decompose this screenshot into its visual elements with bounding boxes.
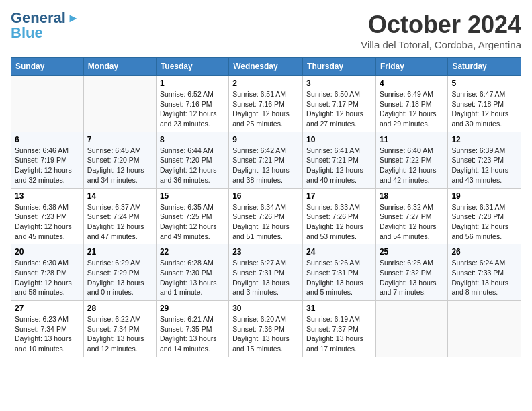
location-subtitle: Villa del Totoral, Cordoba, Argentina [361, 39, 521, 50]
calendar-cell [375, 301, 447, 357]
day-number: 24 [306, 247, 372, 257]
calendar-cell: 25Sunrise: 6:25 AM Sunset: 7:32 PM Dayli… [375, 244, 447, 301]
day-info: Sunrise: 6:23 AM Sunset: 7:34 PM Dayligh… [15, 314, 80, 354]
calendar-cell: 3Sunrise: 6:50 AM Sunset: 7:17 PM Daylig… [303, 76, 376, 132]
day-number: 1 [160, 79, 225, 88]
day-info: Sunrise: 6:21 AM Sunset: 7:35 PM Dayligh… [160, 314, 225, 354]
day-header-monday: Monday [83, 58, 156, 76]
day-info: Sunrise: 6:27 AM Sunset: 7:31 PM Dayligh… [232, 258, 299, 298]
day-number: 25 [380, 247, 444, 257]
day-info: Sunrise: 6:35 AM Sunset: 7:25 PM Dayligh… [160, 202, 225, 242]
calendar-cell: 6Sunrise: 6:46 AM Sunset: 7:19 PM Daylig… [11, 132, 84, 188]
day-number: 6 [15, 135, 80, 144]
calendar-cell: 20Sunrise: 6:30 AM Sunset: 7:28 PM Dayli… [11, 244, 84, 301]
calendar-cell: 10Sunrise: 6:41 AM Sunset: 7:21 PM Dayli… [303, 132, 376, 188]
calendar-cell: 24Sunrise: 6:26 AM Sunset: 7:31 PM Dayli… [303, 244, 376, 301]
day-number: 22 [160, 247, 225, 257]
day-number: 17 [306, 191, 372, 201]
calendar-cell: 31Sunrise: 6:19 AM Sunset: 7:37 PM Dayli… [303, 301, 376, 357]
day-info: Sunrise: 6:37 AM Sunset: 7:24 PM Dayligh… [87, 202, 152, 242]
day-number: 23 [232, 247, 299, 257]
logo: General ► Blue [11, 11, 79, 40]
logo-bird-icon: ► [67, 11, 79, 26]
day-number: 9 [232, 135, 299, 144]
calendar-cell [448, 301, 521, 357]
day-info: Sunrise: 6:41 AM Sunset: 7:21 PM Dayligh… [306, 146, 372, 185]
calendar-week-row: 13Sunrise: 6:38 AM Sunset: 7:23 PM Dayli… [11, 188, 521, 244]
calendar-header-row: SundayMondayTuesdayWednesdayThursdayFrid… [11, 58, 521, 76]
day-info: Sunrise: 6:40 AM Sunset: 7:22 PM Dayligh… [380, 146, 444, 185]
day-info: Sunrise: 6:19 AM Sunset: 7:37 PM Dayligh… [306, 314, 372, 354]
day-info: Sunrise: 6:44 AM Sunset: 7:20 PM Dayligh… [160, 146, 225, 185]
day-number: 28 [87, 304, 152, 313]
day-header-friday: Friday [375, 58, 447, 76]
day-number: 29 [160, 304, 225, 313]
day-info: Sunrise: 6:52 AM Sunset: 7:16 PM Dayligh… [160, 89, 225, 129]
calendar-cell: 28Sunrise: 6:22 AM Sunset: 7:34 PM Dayli… [83, 301, 156, 357]
day-number: 8 [160, 135, 225, 144]
calendar-table: SundayMondayTuesdayWednesdayThursdayFrid… [11, 57, 521, 357]
calendar-cell: 8Sunrise: 6:44 AM Sunset: 7:20 PM Daylig… [156, 132, 228, 188]
day-info: Sunrise: 6:51 AM Sunset: 7:16 PM Dayligh… [232, 89, 299, 129]
month-title: October 2024 [361, 11, 521, 39]
calendar-cell: 18Sunrise: 6:32 AM Sunset: 7:27 PM Dayli… [375, 188, 447, 244]
title-section: October 2024 Villa del Totoral, Cordoba,… [361, 11, 521, 50]
calendar-week-row: 27Sunrise: 6:23 AM Sunset: 7:34 PM Dayli… [11, 301, 521, 357]
calendar-cell: 19Sunrise: 6:31 AM Sunset: 7:28 PM Dayli… [448, 188, 521, 244]
day-number: 31 [306, 304, 372, 313]
day-number: 26 [451, 247, 517, 257]
day-info: Sunrise: 6:33 AM Sunset: 7:26 PM Dayligh… [306, 202, 372, 242]
day-header-thursday: Thursday [303, 58, 376, 76]
calendar-cell: 15Sunrise: 6:35 AM Sunset: 7:25 PM Dayli… [156, 188, 228, 244]
page-header: General ► Blue October 2024 Villa del To… [11, 11, 521, 50]
calendar-cell: 23Sunrise: 6:27 AM Sunset: 7:31 PM Dayli… [229, 244, 303, 301]
calendar-cell: 1Sunrise: 6:52 AM Sunset: 7:16 PM Daylig… [156, 76, 228, 132]
calendar-cell: 21Sunrise: 6:29 AM Sunset: 7:29 PM Dayli… [83, 244, 156, 301]
day-info: Sunrise: 6:39 AM Sunset: 7:23 PM Dayligh… [451, 146, 517, 185]
day-number: 21 [87, 247, 152, 257]
calendar-cell: 14Sunrise: 6:37 AM Sunset: 7:24 PM Dayli… [83, 188, 156, 244]
day-number: 18 [380, 191, 444, 201]
day-number: 16 [232, 191, 299, 201]
calendar-cell: 11Sunrise: 6:40 AM Sunset: 7:22 PM Dayli… [375, 132, 447, 188]
day-number: 11 [380, 135, 444, 144]
day-number: 12 [451, 135, 517, 144]
calendar-week-row: 20Sunrise: 6:30 AM Sunset: 7:28 PM Dayli… [11, 244, 521, 301]
day-number: 2 [232, 79, 299, 88]
calendar-cell [11, 76, 84, 132]
day-info: Sunrise: 6:45 AM Sunset: 7:20 PM Dayligh… [87, 146, 152, 185]
day-info: Sunrise: 6:28 AM Sunset: 7:30 PM Dayligh… [160, 258, 225, 298]
day-number: 3 [306, 79, 372, 88]
day-header-saturday: Saturday [448, 58, 521, 76]
day-number: 14 [87, 191, 152, 201]
calendar-cell [83, 76, 156, 132]
day-number: 7 [87, 135, 152, 144]
day-info: Sunrise: 6:49 AM Sunset: 7:18 PM Dayligh… [380, 89, 444, 129]
day-info: Sunrise: 6:26 AM Sunset: 7:31 PM Dayligh… [306, 258, 372, 298]
day-info: Sunrise: 6:24 AM Sunset: 7:33 PM Dayligh… [451, 258, 517, 298]
day-info: Sunrise: 6:20 AM Sunset: 7:36 PM Dayligh… [232, 314, 299, 354]
day-info: Sunrise: 6:50 AM Sunset: 7:17 PM Dayligh… [306, 89, 372, 129]
day-info: Sunrise: 6:22 AM Sunset: 7:34 PM Dayligh… [87, 314, 152, 354]
calendar-week-row: 1Sunrise: 6:52 AM Sunset: 7:16 PM Daylig… [11, 76, 521, 132]
calendar-cell: 30Sunrise: 6:20 AM Sunset: 7:36 PM Dayli… [229, 301, 303, 357]
day-info: Sunrise: 6:29 AM Sunset: 7:29 PM Dayligh… [87, 258, 152, 298]
calendar-cell: 27Sunrise: 6:23 AM Sunset: 7:34 PM Dayli… [11, 301, 84, 357]
calendar-cell: 12Sunrise: 6:39 AM Sunset: 7:23 PM Dayli… [448, 132, 521, 188]
day-info: Sunrise: 6:32 AM Sunset: 7:27 PM Dayligh… [380, 202, 444, 242]
day-info: Sunrise: 6:34 AM Sunset: 7:26 PM Dayligh… [232, 202, 299, 242]
day-number: 5 [451, 79, 517, 88]
day-number: 10 [306, 135, 372, 144]
day-info: Sunrise: 6:47 AM Sunset: 7:18 PM Dayligh… [451, 89, 517, 129]
day-header-wednesday: Wednesday [229, 58, 303, 76]
calendar-cell: 17Sunrise: 6:33 AM Sunset: 7:26 PM Dayli… [303, 188, 376, 244]
day-info: Sunrise: 6:30 AM Sunset: 7:28 PM Dayligh… [15, 258, 80, 298]
calendar-cell: 2Sunrise: 6:51 AM Sunset: 7:16 PM Daylig… [229, 76, 303, 132]
day-number: 4 [380, 79, 444, 88]
day-info: Sunrise: 6:38 AM Sunset: 7:23 PM Dayligh… [15, 202, 80, 242]
calendar-cell: 9Sunrise: 6:42 AM Sunset: 7:21 PM Daylig… [229, 132, 303, 188]
day-number: 20 [15, 247, 80, 257]
day-header-sunday: Sunday [11, 58, 84, 76]
day-number: 30 [232, 304, 299, 313]
calendar-cell: 7Sunrise: 6:45 AM Sunset: 7:20 PM Daylig… [83, 132, 156, 188]
